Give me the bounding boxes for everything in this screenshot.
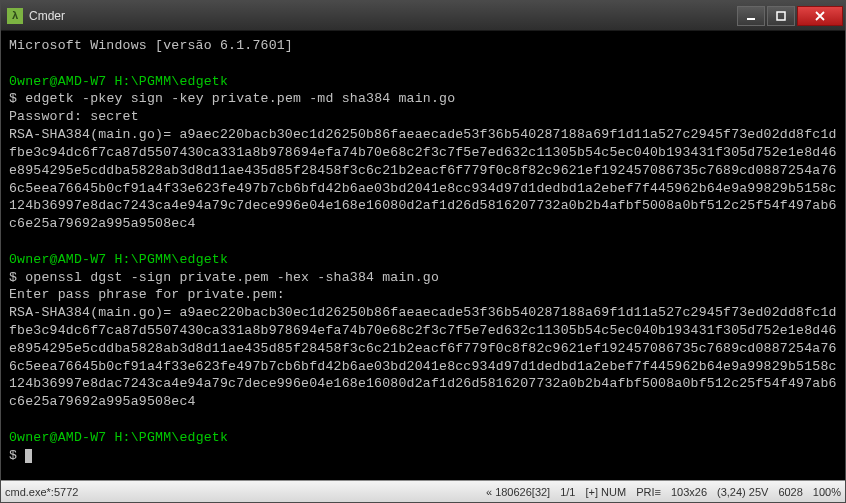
close-button[interactable] <box>797 6 843 26</box>
status-pct: 100% <box>813 486 841 498</box>
minimize-button[interactable] <box>737 6 765 26</box>
prompt-symbol: $ <box>9 91 17 106</box>
titlebar[interactable]: λ Cmder <box>1 1 845 31</box>
output-1: RSA-SHA384(main.go)= a9aec220bacb30ec1d2… <box>9 127 837 231</box>
command-1: edgetk -pkey sign -key private.pem -md s… <box>25 91 455 106</box>
svg-rect-0 <box>747 18 755 20</box>
status-size: 103x26 <box>671 486 707 498</box>
os-header: Microsoft Windows [versão 6.1.7601] <box>9 38 293 53</box>
app-icon: λ <box>7 8 23 24</box>
prompt-symbol: $ <box>9 448 17 463</box>
prompt-user: 0wner@AMD-W7 <box>9 252 106 267</box>
terminal-area[interactable]: Microsoft Windows [versão 6.1.7601] 0wne… <box>1 31 845 480</box>
window-controls <box>735 6 843 26</box>
command-2: openssl dgst -sign private.pem -hex -sha… <box>25 270 439 285</box>
prompt-user: 0wner@AMD-W7 <box>9 74 106 89</box>
prompt-path: H:\PGMM\edgetk <box>115 252 229 267</box>
prompt-path: H:\PGMM\edgetk <box>115 74 229 89</box>
app-window: λ Cmder Microsoft Windows [versão 6.1.76… <box>0 0 846 503</box>
prompt-user: 0wner@AMD-W7 <box>9 430 106 445</box>
passphrase-line: Enter pass phrase for private.pem: <box>9 287 285 302</box>
window-title: Cmder <box>29 9 735 23</box>
prompt-symbol: $ <box>9 270 17 285</box>
status-cursor: (3,24) 25V <box>717 486 768 498</box>
status-mem: 6028 <box>778 486 802 498</box>
statusbar: cmd.exe*:5772 « 180626[32] 1/1 [+] NUM P… <box>1 480 845 502</box>
cursor-icon <box>25 449 32 463</box>
status-encoding: [+] NUM <box>585 486 626 498</box>
output-2: RSA-SHA384(main.go)= a9aec220bacb30ec1d2… <box>9 305 837 409</box>
svg-rect-1 <box>777 12 785 20</box>
maximize-button[interactable] <box>767 6 795 26</box>
status-position: « 180626[32] <box>486 486 550 498</box>
prompt-path: H:\PGMM\edgetk <box>115 430 229 445</box>
status-lines: 1/1 <box>560 486 575 498</box>
password-line: Password: secret <box>9 109 139 124</box>
status-priority: PRI≡ <box>636 486 661 498</box>
status-process[interactable]: cmd.exe*:5772 <box>5 486 78 498</box>
